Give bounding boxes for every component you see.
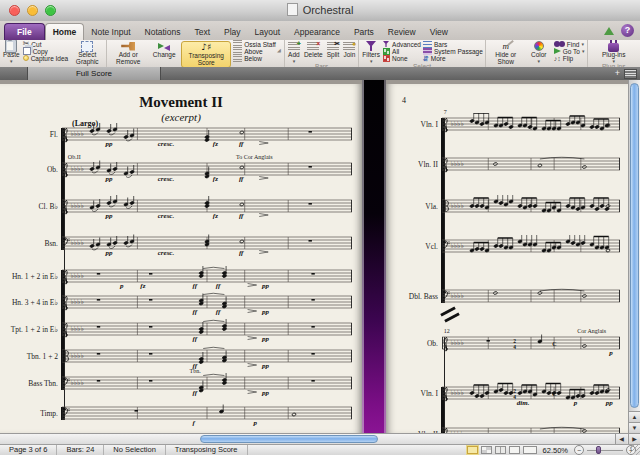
tab-play[interactable]: Play [217,24,248,40]
dynamic-marking[interactable]: p [574,399,578,407]
staff-tbn-1-2[interactable]: Tbn. 1 + 2♭♭♭♭ffpp [0,350,362,363]
dynamic-marking[interactable]: f [193,419,195,427]
copy-button[interactable]: Copy [23,48,69,54]
scroll-up-arrow[interactable]: ▲ [629,411,640,422]
dynamic-marking[interactable]: fz [213,175,218,183]
dynamic-marking[interactable]: cresc. [158,175,175,183]
staff-hn-3-4-in-e-[interactable]: Hn. 3 + 4 in E♭♭♭♭♭ffffpp [0,296,362,309]
dynamic-marking[interactable]: ff [193,308,198,316]
new-tab-button[interactable]: + [615,68,620,79]
zoom-out-button[interactable]: − [574,445,584,455]
dynamic-marking[interactable]: pp [262,362,269,370]
select-advanced-button[interactable]: Advanced [383,41,421,47]
dynamic-marking[interactable]: fz [213,212,218,220]
dynamic-marking[interactable]: cresc. [158,249,175,257]
dynamic-marking[interactable]: pp [606,399,613,407]
tab-appearance[interactable]: Appearance [287,24,347,40]
dynamic-marking[interactable]: ff [239,175,244,183]
staff-music-area[interactable]: ♭♭♭♭Ob.IITo Cor Anglaisppcresc.fzff [62,163,352,176]
staff-music-area[interactable]: ♭♭♭♭ [442,240,620,253]
dynamic-marking[interactable]: pp [106,249,113,257]
score-canvas[interactable]: Movement II (excerpt) (Largo) Fl.♭♭♭♭ppc… [0,80,640,433]
transposing-score-button[interactable]: ♪♯ Transposing Score [181,41,231,68]
status-transposing-score[interactable]: Transposing Score [166,445,248,455]
staff-vla-[interactable]: Vla.♭♭♭♭ [386,200,628,213]
staff-vcl-[interactable]: Vcl.♭♭♭♭ [386,240,628,253]
dynamic-marking[interactable]: ff [193,389,198,397]
view-panorama-button[interactable] [523,446,537,454]
staff-bsn-[interactable]: Bsn.♭♭♭♭ppcresc.ff [0,237,362,250]
dynamic-marking[interactable]: pp [106,212,113,220]
staff-music-area[interactable]: ♭♭♭♭24Cdim.ppp [442,387,620,400]
flip-button[interactable]: ♪↕Flip [554,55,585,61]
score-subtitle[interactable]: (excerpt) [0,111,362,123]
help-button[interactable]: ? [621,24,634,37]
dynamic-marking[interactable]: cresc. [158,140,175,148]
dynamic-marking[interactable]: pp [262,335,269,343]
dynamic-marking[interactable]: ff [239,249,244,257]
staff-music-area[interactable]: ♭♭♭♭ppcresc.fzff [62,128,352,141]
scroll-right-arrow[interactable]: ▶ [628,434,640,444]
staff-music-area[interactable]: ♭♭♭♭ppcresc.ff [62,237,352,250]
staff-vln-i[interactable]: Vln. I♭♭♭♭7 [386,118,628,131]
dynamic-marking[interactable]: ff [216,282,221,290]
select-none-button[interactable]: None [383,55,421,61]
staff-music-area[interactable]: ♭♭♭♭pfzffffpp [62,270,352,283]
vertical-scrollbar[interactable]: ▲ ▼ [628,80,640,433]
staff-music-area[interactable]: ♭♭♭♭ [442,290,620,303]
dynamic-marking[interactable]: ff [239,212,244,220]
dynamic-marking[interactable]: fz [213,140,218,148]
dynamic-marking[interactable]: p [120,282,124,290]
dynamic-marking[interactable]: ff [239,140,244,148]
staff-ob-[interactable]: Ob.♭♭♭♭Ob.IITo Cor Anglaisppcresc.fzff [0,163,362,176]
staff-vln-ii[interactable]: Vln. II♭♭♭♭ [386,158,628,171]
horizontal-scrollbar-thumb[interactable] [200,435,378,443]
view-pages-button[interactable] [467,446,478,454]
score-page-right[interactable]: 4 Vln. I♭♭♭♭7Vln. II♭♭♭♭Vla.♭♭♭♭Vcl.♭♭♭♭… [386,84,628,433]
capture-idea-button[interactable]: Capture Idea [23,55,69,61]
ossia-below-button[interactable]: Below [233,55,276,61]
paste-button[interactable]: Paste ▾ [2,41,21,63]
scroll-left-arrow[interactable]: ◀ [615,434,627,444]
hide-or-show-button[interactable]: m Hide or Show▾ [488,41,524,68]
staff-ob-[interactable]: Ob.♭♭♭♭24C12Cor Anglaisp [386,337,628,350]
staff-tpt-1-2-in-e-[interactable]: Tpt. 1 + 2 in E♭♭♭♭♭ffpp [0,323,362,336]
tab-parts[interactable]: Parts [347,24,381,40]
staff-music-area[interactable]: ♭♭♭♭7 [442,118,620,131]
view-two-pages-button[interactable] [495,446,506,454]
staff-music-area[interactable]: fp [62,407,352,420]
add-or-remove-button[interactable]: Add or Remove [109,41,147,66]
tab-note-input[interactable]: Note Input [84,24,137,40]
staff-music-area[interactable]: ♭♭♭♭Tbn.ffpp [62,377,352,390]
staff-dbl-bass[interactable]: Dbl. Bass♭♭♭♭ [386,290,628,303]
filters-button[interactable]: Filters▾ [361,41,381,63]
staff-vln-i[interactable]: Vln. I♭♭♭♭24Cdim.ppp [386,387,628,400]
staff-hn-1-2-in-e-[interactable]: Hn. 1 + 2 in E♭♭♭♭♭pfzffffpp [0,270,362,283]
dynamic-marking[interactable]: p [609,349,613,357]
dialog-launcher-icon[interactable]: ◢ [277,47,281,53]
dynamic-marking[interactable]: pp [262,282,269,290]
vertical-scrollbar-thumb[interactable] [630,83,639,408]
view-single-page-button[interactable] [509,446,520,454]
staff-music-area[interactable]: ♭♭♭♭ [442,200,620,213]
resize-grip[interactable] [630,445,640,455]
select-graphic-button[interactable]: Select Graphic [70,41,104,66]
dynamic-marking[interactable]: ff [193,282,198,290]
zoom-slider[interactable] [587,450,623,451]
select-more-button[interactable]: ⇵More [423,55,483,61]
dynamic-marking[interactable]: pp [106,175,113,183]
select-bars-button[interactable]: Bars [423,41,483,47]
collapse-ribbon-icon[interactable] [604,27,614,35]
find-button[interactable]: Find▾ [554,41,585,47]
zoom-slider-thumb[interactable] [596,446,601,454]
staff-music-area[interactable]: ♭♭♭♭ffpp [62,350,352,363]
staff-music-area[interactable]: ♭♭♭♭ffpp [62,323,352,336]
dynamic-marking[interactable]: fz [140,282,145,290]
split-bar-button[interactable]: ✂ Split [326,41,341,59]
delete-bar-button[interactable]: × Delete [303,41,324,59]
score-title[interactable]: Movement II [0,94,362,111]
staff-cl-b-[interactable]: Cl. B♭♭♭♭♭ppcresc.fzff [0,200,362,213]
join-bar-button[interactable]: ● Join [342,41,356,59]
staff-fl-[interactable]: Fl.♭♭♭♭ppcresc.fzff [0,128,362,141]
dynamic-marking[interactable]: pp [106,140,113,148]
